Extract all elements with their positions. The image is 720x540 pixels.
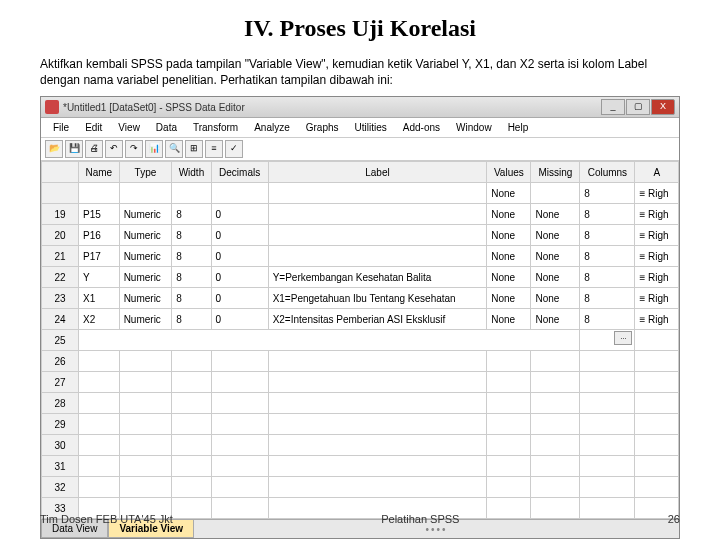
cell-label[interactable]	[268, 225, 487, 246]
row-number[interactable]: 20	[42, 225, 79, 246]
cell-type[interactable]: Numeric	[119, 267, 172, 288]
menu-help[interactable]: Help	[500, 120, 537, 135]
cell-options-button[interactable]: ...	[614, 331, 632, 345]
cell-type[interactable]	[119, 183, 172, 204]
cell-type[interactable]: Numeric	[119, 288, 172, 309]
minimize-button[interactable]: _	[601, 99, 625, 115]
cell-decimals[interactable]: 0	[211, 288, 268, 309]
cell-align[interactable]: ≡ Righ	[635, 309, 679, 330]
cell-values[interactable]: None	[487, 267, 531, 288]
menu-file[interactable]: File	[45, 120, 77, 135]
cell-width[interactable]: 8	[172, 225, 211, 246]
undo-icon[interactable]: ↶	[105, 140, 123, 158]
row-number[interactable]: 25	[42, 330, 79, 351]
menu-graphs[interactable]: Graphs	[298, 120, 347, 135]
cell-width[interactable]: 8	[172, 246, 211, 267]
selected-cell[interactable]: ...	[580, 330, 635, 351]
col-header[interactable]	[42, 162, 79, 183]
menu-edit[interactable]: Edit	[77, 120, 110, 135]
menu-utilities[interactable]: Utilities	[347, 120, 395, 135]
row-number[interactable]: 32	[42, 477, 79, 498]
cell-width[interactable]: 8	[172, 267, 211, 288]
maximize-button[interactable]: ▢	[626, 99, 650, 115]
print-icon[interactable]: 🖨	[85, 140, 103, 158]
menu-analyze[interactable]: Analyze	[246, 120, 298, 135]
menu-window[interactable]: Window	[448, 120, 500, 135]
menu-data[interactable]: Data	[148, 120, 185, 135]
menu-view[interactable]: View	[110, 120, 148, 135]
cell-width[interactable]: 8	[172, 309, 211, 330]
cell-missing[interactable]: None	[531, 246, 580, 267]
cell-values[interactable]: None	[487, 246, 531, 267]
col-header[interactable]: Missing	[531, 162, 580, 183]
cell-name[interactable]: Y	[79, 267, 120, 288]
col-header[interactable]: Type	[119, 162, 172, 183]
cell-values[interactable]: None	[487, 309, 531, 330]
cell-decimals[interactable]: 0	[211, 246, 268, 267]
cell-align[interactable]: ≡ Righ	[635, 288, 679, 309]
row-number[interactable]: 27	[42, 372, 79, 393]
redo-icon[interactable]: ↷	[125, 140, 143, 158]
row-number[interactable]: 19	[42, 204, 79, 225]
row-number[interactable]	[42, 183, 79, 204]
cell-label[interactable]	[268, 204, 487, 225]
cell-columns[interactable]: 8	[580, 204, 635, 225]
cell-values[interactable]: None	[487, 288, 531, 309]
col-header[interactable]: Name	[79, 162, 120, 183]
cell-missing[interactable]: None	[531, 204, 580, 225]
cell-label[interactable]: X2=Intensitas Pemberian ASI Eksklusif	[268, 309, 487, 330]
cell-decimals[interactable]	[211, 183, 268, 204]
cell-align[interactable]: ≡ Righ	[635, 183, 679, 204]
cell-align[interactable]: ≡ Righ	[635, 267, 679, 288]
row-number[interactable]: 24	[42, 309, 79, 330]
cell-columns[interactable]: 8	[580, 246, 635, 267]
cell-label[interactable]: X1=Pengetahuan Ibu Tentang Kesehatan	[268, 288, 487, 309]
col-header[interactable]: Values	[487, 162, 531, 183]
row-number[interactable]: 22	[42, 267, 79, 288]
cell-columns[interactable]: 8	[580, 288, 635, 309]
cell-name[interactable]: P17	[79, 246, 120, 267]
save-icon[interactable]: 💾	[65, 140, 83, 158]
cell-decimals[interactable]: 0	[211, 267, 268, 288]
chart-icon[interactable]: 📊	[145, 140, 163, 158]
cell-label[interactable]	[268, 246, 487, 267]
row-number[interactable]: 23	[42, 288, 79, 309]
find-icon[interactable]: 🔍	[165, 140, 183, 158]
cell-label[interactable]: Y=Perkembangan Kesehatan Balita	[268, 267, 487, 288]
cell-align[interactable]: ≡ Righ	[635, 225, 679, 246]
col-header[interactable]: A	[635, 162, 679, 183]
cell-decimals[interactable]: 0	[211, 225, 268, 246]
close-button[interactable]: X	[651, 99, 675, 115]
cell-columns[interactable]: 8	[580, 267, 635, 288]
cell-name[interactable]: P15	[79, 204, 120, 225]
cell-name[interactable]: P16	[79, 225, 120, 246]
menu-transform[interactable]: Transform	[185, 120, 246, 135]
cell-type[interactable]: Numeric	[119, 309, 172, 330]
row-number[interactable]: 28	[42, 393, 79, 414]
row-number[interactable]: 21	[42, 246, 79, 267]
cell-decimals[interactable]: 0	[211, 204, 268, 225]
cell-missing[interactable]: None	[531, 225, 580, 246]
cell-label[interactable]	[268, 183, 487, 204]
tool-icon[interactable]: ⊞	[185, 140, 203, 158]
cell-name[interactable]	[79, 183, 120, 204]
open-icon[interactable]: 📂	[45, 140, 63, 158]
row-number[interactable]: 31	[42, 456, 79, 477]
cell-missing[interactable]	[531, 183, 580, 204]
cell-values[interactable]: None	[487, 225, 531, 246]
cell-values[interactable]: None	[487, 204, 531, 225]
cell-align[interactable]: ≡ Righ	[635, 246, 679, 267]
cell-type[interactable]: Numeric	[119, 225, 172, 246]
col-header[interactable]: Decimals	[211, 162, 268, 183]
row-number[interactable]: 29	[42, 414, 79, 435]
cell-columns[interactable]: 8	[580, 183, 635, 204]
cell-align[interactable]: ≡ Righ	[635, 204, 679, 225]
cell-type[interactable]: Numeric	[119, 246, 172, 267]
cell-width[interactable]: 8	[172, 204, 211, 225]
cell-decimals[interactable]: 0	[211, 309, 268, 330]
row-number[interactable]: 30	[42, 435, 79, 456]
cell-columns[interactable]: 8	[580, 309, 635, 330]
cell-name[interactable]: X1	[79, 288, 120, 309]
menu-addons[interactable]: Add-ons	[395, 120, 448, 135]
tool-icon[interactable]: ✓	[225, 140, 243, 158]
